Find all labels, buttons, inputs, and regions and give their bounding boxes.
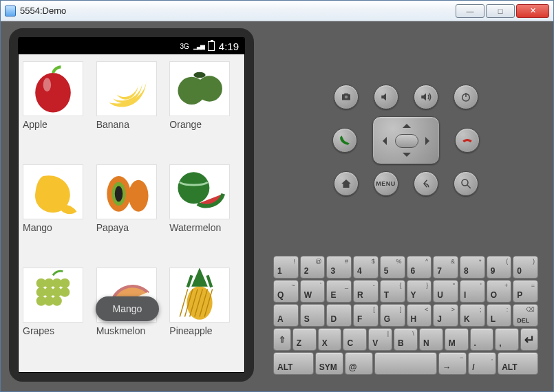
key-V[interactable]: V| — [368, 328, 392, 351]
maximize-button[interactable]: □ — [486, 4, 515, 18]
fruit-grid[interactable]: AppleBananaOrangeMangoPapayaWatermelonGr… — [19, 54, 244, 372]
key-1[interactable]: 1! — [273, 256, 299, 279]
key-I[interactable]: I' — [460, 280, 485, 303]
key-↵[interactable]: ↵ — [520, 328, 538, 351]
key-E[interactable]: E_ — [326, 280, 352, 303]
fruit-image — [169, 164, 230, 219]
device-frame: 3G ▁▃▅ 4:19 AppleBananaOrangeMangoPapaya… — [9, 28, 254, 382]
titlebar: 5554:Demo — □ ✕ — [1, 1, 553, 21]
key-/[interactable]: /, — [468, 352, 496, 375]
key-Y[interactable]: Y} — [407, 280, 432, 303]
fruit-cell-orange[interactable]: Orange — [169, 61, 240, 159]
fruit-cell-apple[interactable]: Apple — [23, 61, 94, 159]
dpad-right[interactable] — [425, 137, 434, 145]
signal-icon: ▁▃▅ — [193, 43, 204, 50]
key-ALT[interactable]: ALT — [498, 352, 538, 375]
menu-button[interactable]: MENU — [374, 171, 398, 196]
key-P[interactable]: P= — [513, 280, 538, 303]
key-@[interactable]: @ — [345, 352, 373, 375]
fruit-image — [23, 61, 83, 116]
key-SYM[interactable]: SYM — [315, 352, 343, 375]
svg-point-1 — [43, 78, 51, 91]
key-W[interactable]: W` — [300, 280, 326, 303]
toast: Mango — [96, 296, 159, 321]
key-4[interactable]: 4$ — [353, 256, 379, 279]
key-A[interactable]: A — [273, 304, 299, 327]
key-0[interactable]: 0) — [513, 256, 538, 279]
close-button[interactable]: ✕ — [516, 4, 549, 18]
key-K[interactable]: K; — [460, 304, 485, 327]
back-button[interactable] — [414, 171, 438, 196]
keyboard-row: ALTSYM@ →−/,ALT — [273, 352, 538, 375]
minimize-button[interactable]: — — [456, 4, 484, 18]
key-→[interactable]: →− — [438, 352, 467, 375]
home-button[interactable] — [334, 171, 359, 196]
camera-button[interactable] — [334, 85, 359, 109]
dpad-center[interactable] — [395, 134, 418, 148]
key-F[interactable]: F[ — [353, 304, 379, 327]
key-N[interactable]: N — [419, 328, 443, 351]
window-body: 3G ▁▃▅ 4:19 AppleBananaOrangeMangoPapaya… — [1, 21, 553, 391]
key-3[interactable]: 3# — [326, 256, 352, 279]
control-row-1 — [334, 85, 478, 109]
key-ALT[interactable]: ALT — [273, 352, 314, 375]
key-Q[interactable]: Q~ — [273, 280, 299, 303]
key-8[interactable]: 8* — [460, 256, 485, 279]
key-.[interactable]: . — [470, 328, 494, 351]
end-call-button[interactable] — [455, 128, 480, 153]
fruit-cell-grapes[interactable]: Grapes — [23, 268, 94, 365]
key-Z[interactable]: Z — [292, 328, 317, 351]
key-5[interactable]: 5% — [380, 256, 405, 279]
key-T[interactable]: T{ — [380, 280, 405, 303]
key-M[interactable]: M — [445, 328, 469, 351]
svg-point-3 — [197, 76, 222, 101]
key-⇧[interactable]: ⇧ — [273, 328, 291, 351]
call-button[interactable] — [332, 128, 357, 153]
key-,[interactable]: , — [495, 328, 519, 351]
clock: 4:19 — [219, 41, 239, 52]
fruit-cell-papaya[interactable]: Papaya — [96, 164, 167, 262]
fruit-cell-pineapple[interactable]: Pineapple — [169, 268, 240, 365]
emulator-window: 5554:Demo — □ ✕ 3G ▁▃▅ 4:19 AppleBananaO… — [0, 0, 554, 392]
fruit-cell-banana[interactable]: Banana — [96, 61, 167, 159]
volume-up-button[interactable] — [414, 85, 438, 109]
power-button[interactable] — [454, 85, 478, 109]
battery-icon — [208, 41, 215, 51]
key-6[interactable]: 6^ — [407, 256, 432, 279]
key-B[interactable]: B\ — [394, 328, 418, 351]
dpad-left[interactable] — [379, 137, 387, 145]
key-2[interactable]: 2@ — [300, 256, 326, 279]
fruit-label: Muskmelon — [96, 325, 167, 336]
svg-point-0 — [35, 73, 71, 112]
key-C[interactable]: C — [343, 328, 367, 351]
key-7[interactable]: 7& — [433, 256, 458, 279]
key-space[interactable] — [374, 352, 438, 375]
svg-point-13 — [60, 279, 70, 288]
key-O[interactable]: O+ — [487, 280, 512, 303]
search-button[interactable] — [454, 171, 478, 196]
svg-point-8 — [129, 180, 149, 212]
dpad-down[interactable] — [403, 153, 411, 161]
volume-down-button[interactable] — [374, 85, 398, 109]
keyboard: 1!2@3#4$5%6^7&8*9(0)Q~W`E_R-T{Y}U"I'O+P=… — [266, 252, 545, 382]
dpad-up[interactable] — [403, 120, 411, 128]
key-J[interactable]: J> — [433, 304, 458, 327]
key-H[interactable]: H< — [407, 304, 432, 327]
key-DEL[interactable]: DEL⌫ — [513, 304, 538, 327]
dpad[interactable] — [372, 116, 440, 164]
key-L[interactable]: L: — [487, 304, 512, 327]
keyboard-row: ⇧ZXCV|B\NM.,↵ — [273, 328, 538, 351]
control-row-3: MENU — [334, 171, 478, 196]
key-G[interactable]: G] — [380, 304, 405, 327]
fruit-cell-watermelon[interactable]: Watermelon — [169, 164, 240, 262]
key-D[interactable]: D — [326, 304, 352, 327]
fruit-image — [169, 61, 230, 116]
device-screen[interactable]: 3G ▁▃▅ 4:19 AppleBananaOrangeMangoPapaya… — [18, 37, 245, 373]
fruit-cell-mango[interactable]: Mango — [23, 164, 94, 262]
key-R[interactable]: R- — [353, 280, 379, 303]
key-U[interactable]: U" — [433, 280, 458, 303]
key-S[interactable]: S — [300, 304, 326, 327]
key-9[interactable]: 9( — [487, 256, 512, 279]
key-X[interactable]: X — [318, 328, 342, 351]
svg-point-7 — [114, 186, 122, 202]
